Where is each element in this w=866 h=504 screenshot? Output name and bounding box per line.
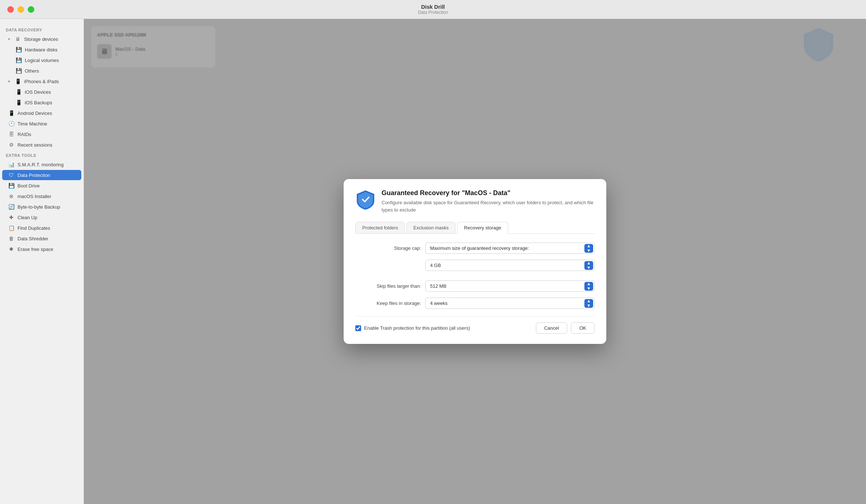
dialog-bottom: Enable Trash protection for this partiti… bbox=[355, 316, 595, 334]
sidebar-item-label: Time Machine bbox=[18, 121, 47, 127]
sidebar-item-iphones-ipads[interactable]: ▾ 📱 iPhones & iPads bbox=[2, 76, 81, 86]
storage-cap-select-wrap: Maximum size of guaranteed recovery stor… bbox=[425, 243, 595, 254]
sidebar-item-label: Others bbox=[25, 68, 39, 74]
keep-files-select[interactable]: 4 weeks bbox=[425, 298, 595, 309]
recent-sessions-icon: ⚙ bbox=[8, 142, 15, 148]
sidebar-item-ios-devices[interactable]: 📱 iOS Devices bbox=[2, 87, 81, 97]
ios-backups-icon: 📱 bbox=[15, 100, 22, 105]
sidebar-item-clean-up[interactable]: ✚ Clean Up bbox=[2, 212, 81, 222]
sidebar-item-label: Android Devices bbox=[18, 111, 52, 116]
storage-cap-value-select[interactable]: 4 GB bbox=[425, 260, 595, 271]
sidebar-item-data-shredder[interactable]: 🗑 Data Shredder bbox=[2, 233, 81, 244]
erase-free-space-icon: ✱ bbox=[8, 246, 15, 252]
form-section: Storage cap: Maximum size of guaranteed … bbox=[355, 243, 595, 309]
app-subtitle: Data Protection bbox=[418, 10, 448, 15]
minimize-button[interactable] bbox=[18, 6, 24, 13]
keep-files-label: Keep files in storage: bbox=[355, 301, 421, 306]
android-icon: 📱 bbox=[8, 110, 15, 116]
sidebar-item-label: Byte-to-byte Backup bbox=[18, 204, 60, 210]
data-shredder-icon: 🗑 bbox=[8, 236, 15, 241]
sidebar-item-smart-monitoring[interactable]: 📊 S.M.A.R.T. monitoring bbox=[2, 159, 81, 170]
form-spacer bbox=[355, 277, 595, 280]
sidebar-item-label: Clean Up bbox=[18, 215, 37, 220]
sidebar-item-label: macOS Installer bbox=[18, 194, 51, 199]
keep-files-row: Keep files in storage: 4 weeks ▲ ▼ bbox=[355, 298, 595, 309]
macos-installer-icon: ⊗ bbox=[8, 193, 15, 199]
sidebar-item-label: RAIDs bbox=[18, 132, 31, 137]
iphones-icon: 📱 bbox=[15, 78, 21, 84]
dialog-header: Guaranteed Recovery for "MacOS - Data" C… bbox=[355, 189, 595, 213]
app-name: Disk Drill bbox=[418, 4, 448, 10]
smart-icon: 📊 bbox=[8, 162, 15, 167]
sidebar-item-label: Find Duplicates bbox=[18, 225, 50, 231]
hardware-disk-icon: 💾 bbox=[15, 47, 22, 53]
sidebar-item-time-machine[interactable]: 🕐 Time Machine bbox=[2, 119, 81, 129]
logical-volumes-icon: 💾 bbox=[15, 57, 22, 63]
extra-tools-label: Extra tools bbox=[0, 150, 84, 159]
sidebar-item-erase-free-space[interactable]: ✱ Erase free space bbox=[2, 244, 81, 254]
sidebar-item-data-protection[interactable]: 🛡 Data Protection bbox=[2, 170, 81, 180]
title-bar: Disk Drill Data Protection bbox=[0, 0, 866, 19]
sidebar-item-others[interactable]: 💾 Others bbox=[2, 66, 81, 76]
chevron-down-icon-2: ▾ bbox=[8, 79, 10, 84]
ios-devices-icon: 📱 bbox=[15, 89, 22, 95]
ok-button[interactable]: OK bbox=[571, 322, 595, 334]
sidebar-item-label: Data Protection bbox=[18, 172, 50, 178]
dialog-title: Guaranteed Recovery for "MacOS - Data" bbox=[382, 189, 595, 197]
dialog: Guaranteed Recovery for "MacOS - Data" C… bbox=[344, 179, 606, 344]
sidebar-item-ios-backups[interactable]: 📱 iOS Backups bbox=[2, 97, 81, 108]
title-area: Disk Drill Data Protection bbox=[418, 4, 448, 15]
sidebar-item-byte-backup[interactable]: 🔄 Byte-to-byte Backup bbox=[2, 202, 81, 212]
storage-cap-value-row: 4 GB ▲ ▼ bbox=[355, 260, 595, 271]
sidebar-item-label: Data Shredder bbox=[18, 236, 49, 241]
storage-cap-row: Storage cap: Maximum size of guaranteed … bbox=[355, 243, 595, 254]
sidebar-item-recent-sessions[interactable]: ⚙ Recent sessions bbox=[2, 140, 81, 150]
sidebar: Data Recovery ▾ 🖥 Storage devices 💾 Hard… bbox=[0, 19, 84, 504]
sidebar-item-label: iOS Devices bbox=[25, 89, 51, 95]
sidebar-item-label: iOS Backups bbox=[25, 100, 52, 105]
close-button[interactable] bbox=[7, 6, 14, 13]
dialog-subtitle: Configure available disk space for Guara… bbox=[382, 199, 595, 213]
storage-cap-dropdown[interactable]: Maximum size of guaranteed recovery stor… bbox=[425, 243, 595, 254]
cancel-button[interactable]: Cancel bbox=[536, 322, 567, 334]
sidebar-item-android-devices[interactable]: 📱 Android Devices bbox=[2, 108, 81, 118]
sidebar-item-label: Logical volumes bbox=[25, 58, 59, 63]
trash-protection-checkbox[interactable] bbox=[355, 325, 361, 331]
dialog-tabs: Protected folders Exclusion masks Recove… bbox=[355, 221, 595, 234]
sidebar-item-label: Recent sessions bbox=[18, 142, 52, 148]
chevron-down-icon: ▾ bbox=[8, 37, 10, 42]
main-content: APPLE SSD AP0128M 🖥 MacOS - Data 1 bbox=[84, 19, 866, 504]
sidebar-item-hardware-disks[interactable]: 💾 Hardware disks bbox=[2, 44, 81, 55]
keep-files-select-wrap: 4 weeks ▲ ▼ bbox=[425, 298, 595, 309]
raids-icon: 🗄 bbox=[8, 131, 15, 137]
time-machine-icon: 🕐 bbox=[8, 121, 15, 127]
sidebar-item-boot-drive[interactable]: 💾 Boot Drive bbox=[2, 181, 81, 191]
maximize-button[interactable] bbox=[28, 6, 34, 13]
data-protection-icon: 🛡 bbox=[8, 172, 15, 178]
storage-cap-value-wrap: 4 GB ▲ ▼ bbox=[425, 260, 595, 271]
trash-protection-label: Enable Trash protection for this partiti… bbox=[364, 325, 470, 331]
sidebar-item-label: Boot Drive bbox=[18, 183, 40, 189]
sidebar-item-label: S.M.A.R.T. monitoring bbox=[18, 162, 63, 167]
sidebar-item-macos-installer[interactable]: ⊗ macOS Installer bbox=[2, 191, 81, 201]
storage-cap-label: Storage cap: bbox=[355, 245, 421, 251]
checkbox-row: Enable Trash protection for this partiti… bbox=[355, 325, 470, 331]
tab-protected-folders[interactable]: Protected folders bbox=[355, 222, 405, 234]
sidebar-item-label: Storage devices bbox=[24, 36, 58, 42]
skip-files-select[interactable]: 512 MB bbox=[425, 280, 595, 292]
sidebar-item-find-duplicates[interactable]: 📋 Find Duplicates bbox=[2, 223, 81, 233]
sidebar-item-label: Hardware disks bbox=[25, 47, 58, 53]
dialog-title-area: Guaranteed Recovery for "MacOS - Data" C… bbox=[382, 189, 595, 213]
sidebar-item-raids[interactable]: 🗄 RAIDs bbox=[2, 129, 81, 139]
sidebar-item-logical-volumes[interactable]: 💾 Logical volumes bbox=[2, 55, 81, 65]
dialog-buttons: Cancel OK bbox=[536, 322, 595, 334]
sidebar-item-label: iPhones & iPads bbox=[24, 79, 59, 84]
shield-icon bbox=[355, 189, 376, 210]
find-duplicates-icon: 📋 bbox=[8, 225, 15, 231]
sidebar-item-storage-devices[interactable]: ▾ 🖥 Storage devices bbox=[2, 34, 81, 44]
tab-recovery-storage[interactable]: Recovery storage bbox=[457, 222, 508, 234]
data-recovery-label: Data Recovery bbox=[0, 25, 84, 34]
skip-files-label: Skip files larger than: bbox=[355, 283, 421, 289]
skip-files-row: Skip files larger than: 512 MB ▲ ▼ bbox=[355, 280, 595, 292]
tab-exclusion-masks[interactable]: Exclusion masks bbox=[406, 222, 456, 234]
